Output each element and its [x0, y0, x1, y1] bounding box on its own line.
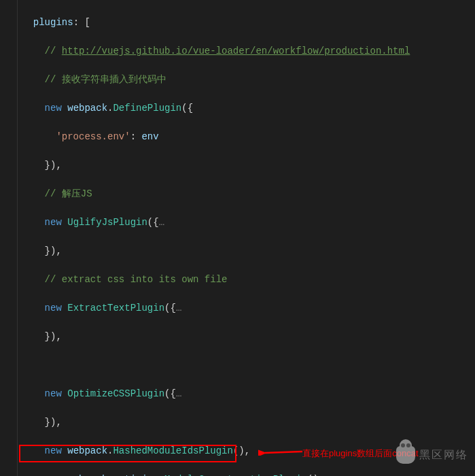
code-text: plugins: [: [22, 17, 90, 28]
code-editor[interactable]: plugins: [ // http://vuejs.github.io/vue…: [0, 0, 475, 476]
punctuation: }),: [22, 331, 62, 342]
fold-dots[interactable]: …: [159, 217, 164, 228]
fold-dots[interactable]: …: [176, 303, 181, 313]
identifier: env: [141, 131, 158, 142]
punctuation: :: [130, 131, 142, 142]
editor-gutter: [0, 0, 18, 476]
class-name: ExtractTextPlugin: [67, 303, 164, 313]
punctuation: ({: [181, 103, 193, 114]
code-content[interactable]: plugins: [ // http://vuejs.github.io/vue…: [18, 0, 475, 476]
class-name: DefinePlugin: [113, 103, 181, 114]
keyword-new: new: [45, 303, 62, 313]
punctuation: (),: [233, 445, 250, 456]
punctuation: ({: [164, 303, 176, 313]
punctuation: }),: [22, 245, 62, 256]
identifier: webpack: [62, 445, 107, 456]
class-name: OptimizeCSSPlugin: [67, 388, 164, 399]
comment: // extract css into its own file: [22, 274, 227, 285]
punctuation: }),: [22, 417, 62, 428]
annotation-text: 直接在plugins数组后面concat: [302, 447, 419, 460]
class-name: HashedModuleIdsPlugin: [113, 445, 232, 456]
keyword-new: new: [45, 217, 62, 228]
punctuation: ({: [164, 388, 176, 399]
keyword-new: new: [45, 445, 62, 456]
fold-dots[interactable]: …: [176, 388, 181, 399]
comment: //: [22, 46, 62, 56]
punctuation: }),: [22, 160, 62, 171]
punctuation: ({: [147, 217, 159, 228]
keyword-new: new: [45, 388, 62, 399]
comment: // 接收字符串插入到代码中: [22, 74, 166, 85]
identifier: webpack: [62, 103, 107, 114]
keyword-new: new: [45, 103, 62, 114]
comment: // 解压JS: [22, 188, 92, 199]
string: 'process.env': [22, 131, 130, 142]
comment-url: http://vuejs.github.io/vue-loader/en/wor…: [62, 46, 410, 56]
class-name: UglifyJsPlugin: [67, 217, 147, 228]
